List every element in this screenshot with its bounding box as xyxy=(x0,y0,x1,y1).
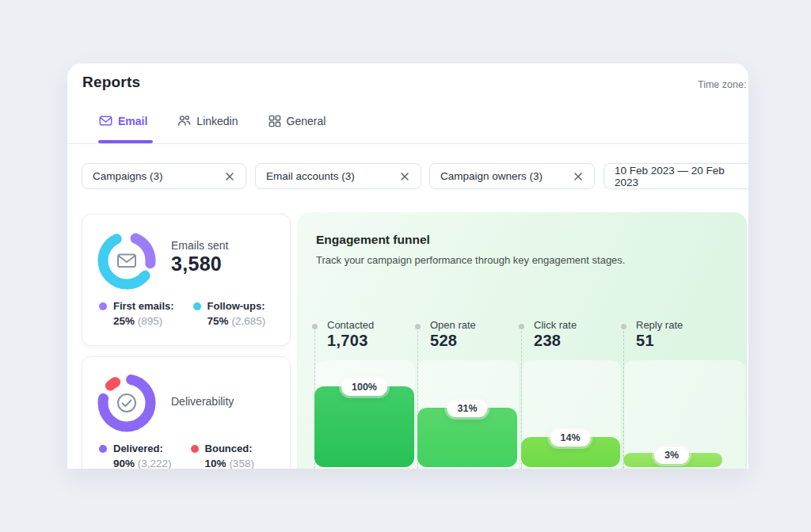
reports-page: { "page": { "title": "Reports", "timezon… xyxy=(0,0,811,532)
tab-general-label: General xyxy=(287,115,326,127)
reports-card: Reports Time zone: Email Linkedin xyxy=(67,63,748,469)
filter-chip-campaign-owners[interactable]: Campaign owners (3) xyxy=(429,163,595,189)
legend-dot-delivered xyxy=(99,445,107,453)
stage-value-reply-rate: 51 xyxy=(636,332,654,350)
legend-first-emails-percent: 25% xyxy=(113,315,135,327)
deliverability-label: Deliverability xyxy=(171,395,234,408)
percent-badge-click-rate: 14% xyxy=(550,429,590,446)
emails-sent-label: Emails sent xyxy=(171,239,228,252)
deliverability-donut-chart xyxy=(95,371,158,435)
filter-chip-campaign-owners-label: Campaign owners (3) xyxy=(440,170,543,182)
emails-sent-legend: First emails: 25% (895) Follow-ups: 75% … xyxy=(99,300,265,327)
legend-bounced-label: Bounced: xyxy=(205,443,253,454)
stage-dot-click-rate xyxy=(519,324,524,329)
legend-follow-ups-percent: 75% xyxy=(208,315,229,327)
percent-badge-reply-rate: 3% xyxy=(654,446,689,464)
timezone-label: Time zone: xyxy=(698,79,746,90)
filter-chip-campaigns-label: Campaigns (3) xyxy=(93,170,163,182)
email-envelope-icon xyxy=(99,114,112,127)
filter-chip-campaigns[interactable]: Campaigns (3) xyxy=(82,163,246,189)
legend-bounced-percent: 10% xyxy=(205,458,227,469)
tab-email[interactable]: Email xyxy=(99,114,147,127)
emails-sent-donut-chart xyxy=(95,229,158,292)
stage-label-reply-rate: Reply rate xyxy=(636,319,683,331)
engagement-funnel-panel: Engagement funnel Track your campaign pe… xyxy=(297,212,747,469)
tab-linkedin[interactable]: Linkedin xyxy=(177,114,238,127)
stage-value-contacted: 1,703 xyxy=(327,332,368,350)
legend-delivered-count: (3,222) xyxy=(138,458,172,469)
deliverability-card: Deliverability Delivered: 90% (3,222) Bo… xyxy=(82,356,291,469)
legend-first-emails: First emails: 25% (895) xyxy=(99,300,174,327)
legend-dot-first-emails xyxy=(99,302,107,310)
deliverability-legend: Delivered: 90% (3,222) Bounced: 10% (358… xyxy=(99,443,254,469)
funnel-subtitle: Track your campaign performance through … xyxy=(316,254,625,266)
close-icon[interactable] xyxy=(224,171,235,182)
stage-dot-open-rate xyxy=(415,324,421,329)
funnel-title: Engagement funnel xyxy=(316,233,430,247)
active-tab-underline xyxy=(98,140,153,143)
report-tabs: Email Linkedin G xyxy=(99,114,326,127)
percent-badge-open-rate: 31% xyxy=(447,400,487,417)
legend-delivered: Delivered: 90% (3,222) xyxy=(99,443,172,469)
funnel-bar-contacted xyxy=(314,386,414,467)
date-range-label: 10 Feb 2023 — 20 Feb 2023 xyxy=(615,165,748,188)
legend-delivered-percent: 90% xyxy=(113,458,135,469)
check-circle-icon xyxy=(118,394,135,412)
stage-guide-line xyxy=(623,331,624,469)
date-range-picker[interactable]: 10 Feb 2023 — 20 Feb 2023 xyxy=(603,163,748,189)
people-icon xyxy=(177,114,191,127)
legend-first-emails-label: First emails: xyxy=(113,300,174,312)
filter-chip-email-accounts[interactable]: Email accounts (3) xyxy=(255,163,421,189)
emails-sent-value: 3,580 xyxy=(171,253,222,276)
stage-label-contacted: Contacted xyxy=(327,319,374,331)
stage-label-open-rate: Open rate xyxy=(430,319,476,331)
close-icon[interactable] xyxy=(399,171,410,182)
legend-dot-follow-ups xyxy=(193,302,201,310)
tab-email-label: Email xyxy=(118,115,147,127)
page-title: Reports xyxy=(82,74,140,91)
legend-follow-ups: Follow-ups: 75% (2,685) xyxy=(193,300,266,327)
close-icon[interactable] xyxy=(573,171,584,182)
emails-sent-card: Emails sent 3,580 First emails: 25% (895… xyxy=(82,214,291,346)
tab-linkedin-label: Linkedin xyxy=(196,115,238,127)
stage-value-click-rate: 238 xyxy=(534,332,561,350)
stage-value-open-rate: 528 xyxy=(430,332,457,350)
legend-follow-ups-label: Follow-ups: xyxy=(208,300,265,312)
percent-badge-contacted: 100% xyxy=(341,378,387,396)
legend-bounced: Bounced: 10% (358) xyxy=(191,443,254,469)
legend-bounced-count: (358) xyxy=(229,458,254,469)
grid-icon xyxy=(268,115,281,127)
tab-general[interactable]: General xyxy=(268,115,326,127)
envelope-icon xyxy=(118,255,135,268)
legend-delivered-label: Delivered: xyxy=(113,443,163,454)
stage-label-click-rate: Click rate xyxy=(534,319,577,331)
legend-follow-ups-count: (2,685) xyxy=(231,315,265,327)
legend-first-emails-count: (895) xyxy=(138,315,163,327)
stage-dot-contacted xyxy=(312,324,318,329)
filter-chip-email-accounts-label: Email accounts (3) xyxy=(266,170,355,182)
legend-dot-bounced xyxy=(191,445,199,453)
tabs-divider xyxy=(67,143,748,144)
stage-dot-reply-rate xyxy=(621,324,626,329)
